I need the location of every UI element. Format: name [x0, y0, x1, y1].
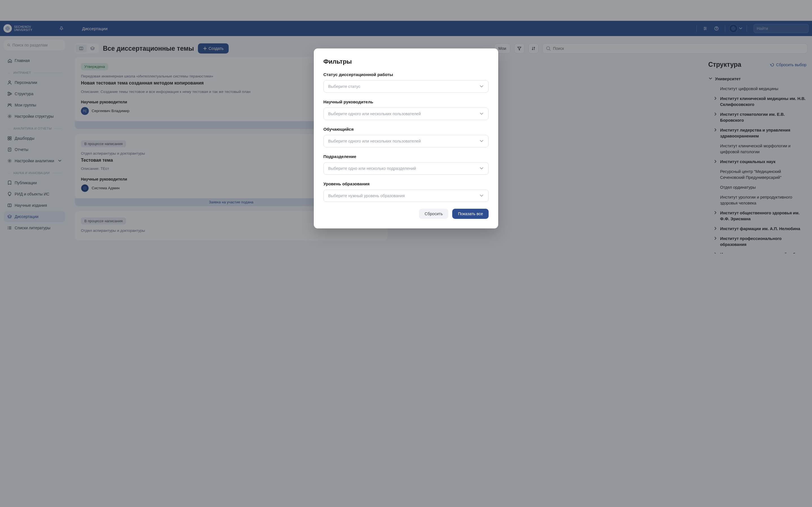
reset-button[interactable]: Сбросить — [419, 209, 448, 219]
dept-select[interactable]: Выберите одно или несколько подразделени… — [323, 162, 489, 175]
field-label-status: Статус диссертационной работы — [323, 72, 489, 77]
chevron-down-icon — [479, 84, 484, 89]
field-label-dept: Подразделение — [323, 154, 489, 159]
select-placeholder: Выберите нужный уровень образования — [328, 193, 405, 198]
field-label-level: Уровень образования — [323, 181, 489, 186]
field-label-student: Обучающийся — [323, 127, 489, 131]
modal-title: Фильтры — [323, 58, 489, 65]
status-select[interactable]: Выберите статус — [323, 80, 489, 93]
level-select[interactable]: Выберите нужный уровень образования — [323, 189, 489, 202]
modal-overlay[interactable]: Фильтры Статус диссертационной работы Вы… — [0, 0, 812, 253]
select-placeholder: Выберите статус — [328, 84, 360, 89]
select-placeholder: Выберите одного или нескольких пользоват… — [328, 112, 421, 116]
filters-modal: Фильтры Статус диссертационной работы Вы… — [314, 48, 498, 228]
select-placeholder: Выберите одно или несколько подразделени… — [328, 166, 416, 171]
chevron-down-icon — [479, 166, 484, 171]
student-select[interactable]: Выберите одного или нескольких пользоват… — [323, 135, 489, 147]
select-placeholder: Выберите одного или нескольких пользоват… — [328, 139, 421, 144]
chevron-down-icon — [479, 112, 484, 116]
chevron-down-icon — [479, 193, 484, 198]
submit-button[interactable]: Показать все — [452, 209, 489, 219]
field-label-supervisor: Научный руководитель — [323, 100, 489, 104]
supervisor-select[interactable]: Выберите одного или нескольких пользоват… — [323, 108, 489, 120]
chevron-down-icon — [479, 139, 484, 144]
